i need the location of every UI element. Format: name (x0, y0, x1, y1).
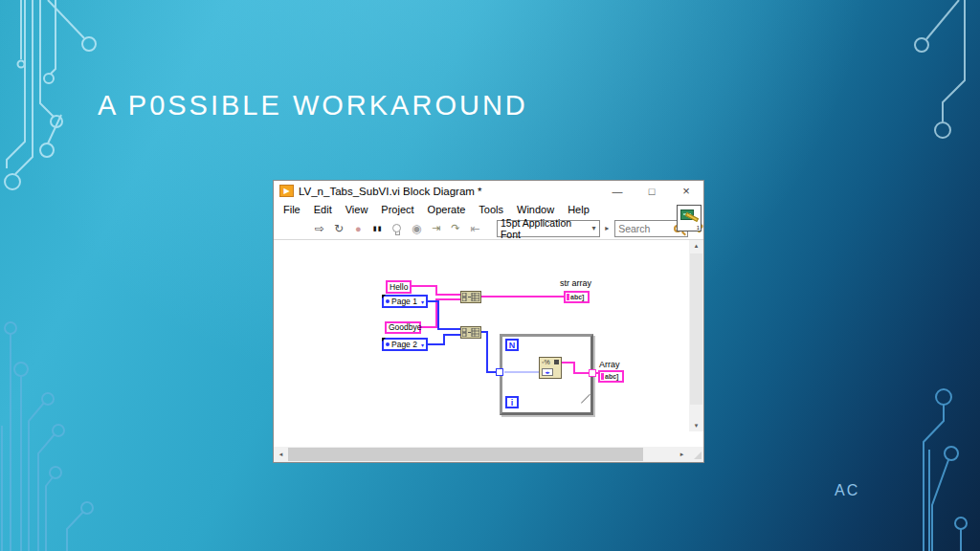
build-array-node-strings[interactable] (460, 291, 481, 303)
block-diagram-canvas[interactable]: Hello Page 1 ▾ Goodbye Page 2 ▾ (274, 240, 689, 447)
step-into-button[interactable]: ⇥ (429, 221, 443, 236)
array-bracket-icon (567, 294, 569, 300)
enum-page2-label: Page 2 (391, 340, 417, 349)
circuit-top-left (5, 0, 96, 189)
vertical-scroll-thumb[interactable] (690, 253, 702, 405)
string-constant-hello[interactable]: Hello (386, 280, 412, 294)
toolbar: ⇨ ↻ ● ▮▮ ◉ ⇥ ↷ ⇤ 15pt Application Font ▾… (274, 217, 703, 240)
vi-icon-pane[interactable]: 1 (677, 205, 702, 231)
menu-help[interactable]: Help (561, 204, 596, 215)
scroll-right-button[interactable]: ▸ (675, 451, 689, 458)
font-selector-value: 15pt Application Font (501, 217, 592, 240)
labview-window: ▶ LV_n_Tabs_SubVI.vi Block Diagram * — □… (273, 180, 704, 463)
menu-bar: File Edit View Project Operate Tools Win… (274, 201, 703, 217)
format-glyphs: ◦% (542, 359, 550, 365)
scroll-down-button[interactable]: ▾ (689, 422, 703, 430)
font-selector-dropdown[interactable]: 15pt Application Font ▾ (497, 220, 600, 237)
menu-view[interactable]: View (339, 204, 375, 215)
build-array-icon (462, 328, 479, 337)
loop-output-tunnel[interactable] (589, 369, 596, 377)
menu-project[interactable]: Project (374, 204, 420, 215)
chevron-down-icon: ▾ (592, 224, 596, 232)
window-titlebar[interactable]: ▶ LV_n_Tabs_SubVI.vi Block Diagram * — □… (274, 181, 703, 201)
menu-operate[interactable]: Operate (421, 204, 473, 215)
string-terminal-glyph: abc] (570, 294, 584, 300)
format-sub-icon: ◂▸ (542, 368, 553, 376)
enum-constant-page1[interactable]: Page 1 ▾ (382, 295, 428, 308)
wire-page2-to-build-array (428, 335, 461, 344)
run-button[interactable]: ⇨ (312, 221, 326, 236)
loop-input-tunnel[interactable] (496, 368, 503, 376)
menu-tools[interactable]: Tools (472, 204, 510, 215)
enum-constant-page2[interactable]: Page 2 ▾ (382, 338, 428, 351)
credit-initials: AC (835, 482, 859, 499)
circuit-bottom-right (924, 389, 967, 551)
loop-count-terminal[interactable]: N (505, 339, 519, 351)
array-bracket-icon (601, 373, 604, 380)
loop-resize-handle[interactable] (580, 402, 590, 412)
run-continuous-button[interactable]: ↻ (331, 221, 345, 236)
abort-button[interactable]: ● (351, 221, 366, 236)
loop-iteration-terminal[interactable]: i (505, 396, 519, 408)
build-array-icon (462, 293, 479, 301)
window-title: LV_n_Tabs_SubVI.vi Block Diagram * (299, 186, 482, 197)
vi-icon-badge: 1 (697, 225, 700, 231)
menu-window[interactable]: Window (510, 204, 561, 215)
step-out-button[interactable]: ⇤ (468, 221, 482, 236)
step-over-button[interactable]: ↷ (448, 221, 462, 236)
scrollbar-corner (689, 447, 703, 462)
format-square-icon (554, 360, 559, 364)
maximize-button[interactable]: □ (635, 181, 669, 201)
minimize-button[interactable]: — (600, 181, 635, 201)
str-array-indicator[interactable]: abc] (564, 291, 590, 303)
enum-icon (386, 299, 390, 303)
highlight-execution-button[interactable] (390, 221, 404, 236)
enum-icon (386, 342, 390, 346)
menu-edit[interactable]: Edit (307, 204, 339, 215)
chevron-down-icon[interactable]: ▾ (421, 342, 424, 348)
slide-title: A P0SSIBLE WORKAROUND (98, 90, 528, 121)
array-label: Array (599, 360, 620, 369)
pause-button[interactable]: ▮▮ (370, 221, 385, 236)
array-indicator[interactable]: abc] (598, 370, 624, 383)
wire-hello-to-build-array (412, 286, 461, 295)
scroll-up-button[interactable]: ▴ (689, 242, 703, 250)
search-input[interactable] (618, 223, 674, 234)
vertical-scrollbar[interactable]: ▴ ▾ (689, 240, 703, 431)
format-into-string-node[interactable]: ◦% ◂▸ (539, 357, 562, 379)
wire-page1-to-build-array (428, 301, 461, 329)
horizontal-scrollbar[interactable]: ◂ ▸ (274, 447, 689, 462)
string-constant-goodbye[interactable]: Goodbye (385, 321, 421, 334)
circuit-bottom-left (2, 322, 93, 551)
labview-logo-icon: ▶ (279, 185, 294, 197)
horizontal-scroll-thumb[interactable] (288, 448, 643, 461)
lightbulb-icon (392, 224, 401, 232)
enum-page1-label: Page 1 (391, 297, 417, 306)
scroll-left-button[interactable]: ◂ (274, 451, 288, 458)
string-terminal-glyph: abc] (605, 373, 618, 380)
text-settings-icon[interactable]: ▸ (603, 224, 612, 232)
wire-build-array-to-loop (481, 332, 497, 372)
wires-layer (274, 240, 689, 447)
str-array-label: str array (560, 278, 591, 288)
circuit-top-right (915, 0, 965, 138)
chevron-down-icon[interactable]: ▾ (421, 298, 424, 305)
menu-file[interactable]: File (277, 204, 307, 215)
build-array-node-enums[interactable] (460, 326, 481, 339)
close-button[interactable]: × (669, 181, 703, 201)
retain-wire-values-button[interactable]: ◉ (410, 221, 424, 236)
